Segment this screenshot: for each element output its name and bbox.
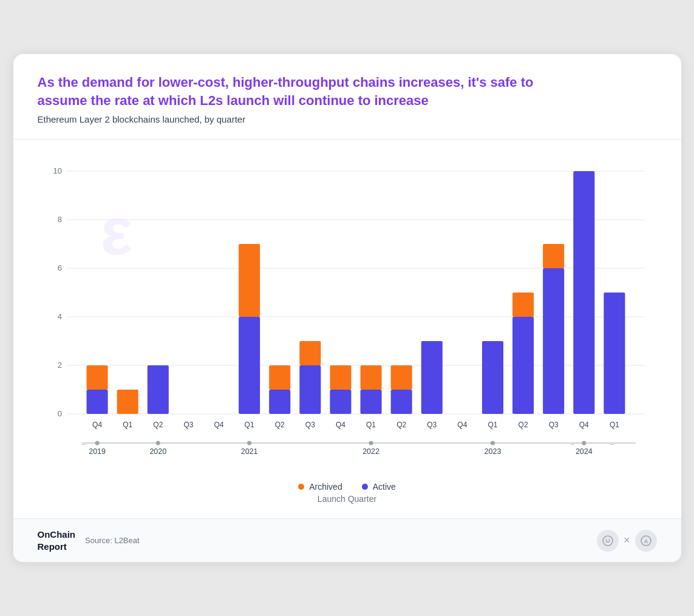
svg-text:Q4: Q4: [92, 421, 102, 429]
svg-text:4: 4: [57, 312, 61, 321]
svg-text:–: –: [570, 440, 574, 447]
svg-text:Q1: Q1: [123, 421, 132, 429]
svg-text:Q1: Q1: [609, 421, 619, 429]
source-label: Source: L2Beat: [85, 536, 140, 545]
svg-text:6: 6: [57, 263, 61, 272]
legend: Archived Active: [38, 482, 657, 492]
svg-text:Q2: Q2: [153, 421, 163, 429]
svg-rect-48: [543, 244, 564, 268]
svg-text:Q4: Q4: [579, 421, 588, 429]
svg-rect-44: [512, 317, 534, 414]
svg-text:A: A: [644, 538, 648, 544]
x-axis-label: Launch Quarter: [38, 494, 657, 504]
svg-point-65: [582, 441, 586, 445]
svg-point-57: [155, 441, 160, 445]
svg-text:2023: 2023: [484, 447, 501, 456]
svg-rect-36: [390, 390, 412, 414]
svg-rect-21: [239, 317, 260, 414]
active-dot: [362, 484, 368, 490]
svg-rect-30: [330, 390, 351, 414]
svg-rect-13: [86, 365, 107, 390]
legend-archived: Archived: [298, 482, 342, 492]
svg-text:2020: 2020: [149, 447, 166, 456]
svg-rect-45: [512, 293, 534, 317]
svg-rect-27: [299, 365, 321, 414]
svg-point-71: [605, 539, 607, 540]
svg-text:Q2: Q2: [396, 421, 406, 429]
bar-chart: 0246810Q4Q1Q2Q3Q4Q1Q2Q3Q4Q1Q2Q3Q4Q1Q2Q3Q…: [38, 159, 657, 475]
svg-rect-52: [604, 293, 625, 414]
svg-point-61: [369, 441, 373, 445]
svg-text:Q3: Q3: [183, 421, 193, 429]
svg-text:–: –: [610, 440, 614, 447]
svg-text:0: 0: [57, 409, 61, 418]
svg-text:2024: 2024: [575, 447, 592, 456]
svg-text:10: 10: [53, 166, 61, 175]
active-label: Active: [373, 482, 396, 492]
svg-text:Q1: Q1: [366, 421, 376, 429]
svg-rect-22: [239, 244, 260, 317]
svg-rect-37: [390, 365, 412, 390]
svg-rect-17: [147, 365, 168, 414]
logo-icon-1: [597, 530, 619, 552]
svg-point-72: [608, 539, 610, 540]
svg-text:2: 2: [57, 360, 61, 370]
svg-text:Q1: Q1: [244, 421, 254, 429]
svg-text:Q4: Q4: [214, 421, 223, 429]
brand-name: OnChainReport: [38, 529, 76, 552]
footer-left: OnChainReport Source: L2Beat: [38, 529, 140, 552]
svg-text:Q2: Q2: [518, 421, 528, 429]
svg-text:Q3: Q3: [305, 421, 315, 429]
footer-right: × A: [597, 530, 657, 552]
logo-icon-2: A: [635, 530, 657, 552]
svg-rect-24: [269, 390, 290, 414]
svg-rect-50: [573, 171, 594, 414]
svg-text:2021: 2021: [240, 447, 257, 456]
svg-rect-33: [360, 390, 381, 414]
svg-rect-25: [269, 365, 290, 390]
svg-point-63: [490, 441, 494, 445]
svg-rect-15: [117, 390, 138, 414]
svg-text:–: –: [82, 440, 86, 447]
svg-point-70: [603, 536, 613, 546]
svg-text:Q2: Q2: [274, 421, 284, 429]
svg-rect-39: [421, 341, 442, 414]
svg-text:8: 8: [57, 215, 61, 224]
chart-area: ε 0246810Q4Q1Q2Q3Q4Q1Q2Q3Q4Q1Q2Q3Q4Q1Q2Q…: [13, 140, 681, 518]
legend-active: Active: [362, 482, 396, 492]
chart-subtitle: Ethereum Layer 2 blockchains launched, b…: [38, 114, 657, 124]
svg-rect-12: [86, 390, 107, 414]
chart-container: 0246810Q4Q1Q2Q3Q4Q1Q2Q3Q4Q1Q2Q3Q4Q1Q2Q3Q…: [38, 159, 657, 477]
chart-title: As the demand for lower-cost, higher-thr…: [38, 73, 536, 109]
svg-text:2022: 2022: [362, 447, 379, 456]
close-icon[interactable]: ×: [624, 534, 630, 547]
svg-point-55: [95, 441, 99, 445]
svg-text:2019: 2019: [89, 447, 106, 456]
svg-text:Q4: Q4: [457, 421, 467, 429]
svg-text:Q3: Q3: [427, 421, 437, 429]
svg-point-59: [247, 441, 251, 445]
svg-text:Q1: Q1: [488, 421, 497, 429]
svg-rect-28: [299, 341, 321, 365]
svg-text:Q3: Q3: [548, 421, 558, 429]
svg-text:Q4: Q4: [335, 421, 345, 429]
archived-label: Archived: [309, 482, 342, 492]
svg-rect-31: [330, 365, 351, 390]
svg-rect-42: [481, 341, 503, 414]
svg-rect-34: [360, 365, 381, 390]
archived-dot: [298, 484, 304, 490]
footer: OnChainReport Source: L2Beat × A: [13, 518, 681, 562]
card: As the demand for lower-cost, higher-thr…: [13, 54, 681, 562]
svg-rect-47: [543, 268, 564, 414]
header: As the demand for lower-cost, higher-thr…: [13, 54, 681, 140]
